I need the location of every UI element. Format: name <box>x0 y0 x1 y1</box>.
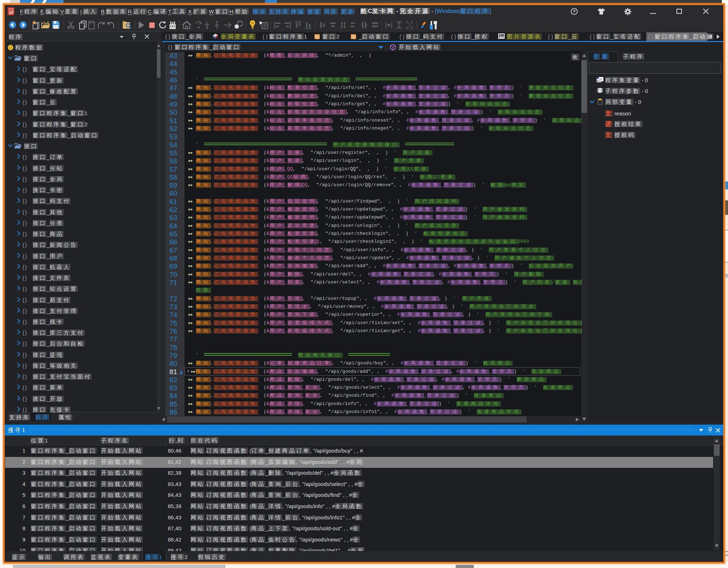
svg-text:10: 10 <box>599 78 602 81</box>
svg-text:e: e <box>597 79 599 82</box>
